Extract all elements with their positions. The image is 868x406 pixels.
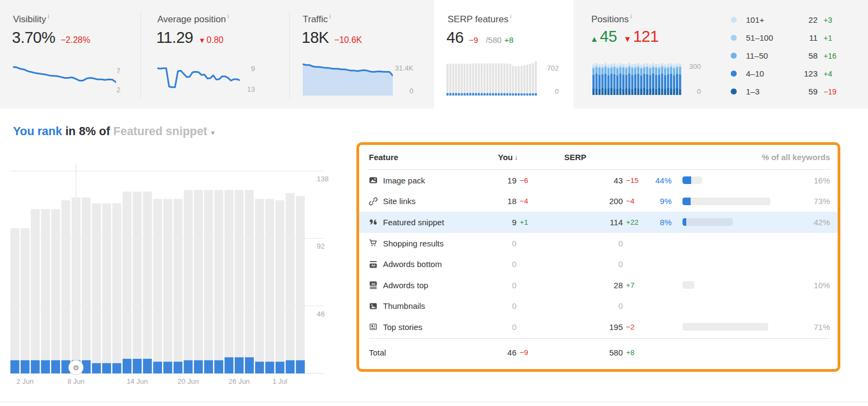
kw-percent: 10% — [803, 281, 830, 290]
kw-percent: 71% — [803, 322, 830, 332]
spark-avgpos-svg — [157, 62, 240, 92]
table-row-top-stories[interactable]: Top stories0195−271% — [369, 316, 830, 338]
keyword-share-bar — [682, 281, 803, 289]
serp-features-table: Feature You↓ SERP % of all keywords Imag… — [359, 145, 838, 369]
you-count: 0 — [498, 322, 516, 332]
card-serp-features[interactable]: SERP featuresi 46 −9 /580 +8 — [448, 13, 514, 47]
traffic-value: 18K — [302, 29, 329, 47]
legend-range: 4–10 — [746, 69, 787, 78]
table-row-image-pack[interactable]: Image pack19−643−1544%16% — [369, 170, 830, 191]
you-percent-link[interactable]: 9% — [648, 196, 672, 206]
keyword-share-bar-fill — [682, 198, 691, 205]
feature-name: Adwords bottom — [383, 259, 442, 269]
legend-item-11–50[interactable]: 11–5058+16 — [731, 47, 849, 65]
serp-features-change: −9 — [469, 35, 478, 45]
table-row-thumbnails[interactable]: Thumbnails00 — [369, 296, 830, 317]
column-header-serp[interactable]: SERP — [541, 153, 648, 162]
average-position-axis-bottom: 13 — [241, 85, 255, 93]
card-traffic[interactable]: Traffici 18K −10.6K — [303, 13, 362, 47]
info-icon[interactable]: i — [329, 13, 330, 20]
keyword-share-bar — [682, 198, 803, 205]
you-count: 0 — [498, 281, 516, 290]
svg-text:Ad: Ad — [371, 264, 375, 267]
you-percent-link[interactable]: 44% — [648, 176, 672, 185]
serp-change: +22 — [623, 218, 648, 226]
you-change: −6 — [516, 176, 541, 185]
serp-count: 43 — [541, 176, 623, 185]
legend-item-51–100[interactable]: 51–10011+1 — [731, 29, 849, 47]
keyword-share-bar — [682, 176, 803, 184]
positions-axis-max: 300 — [682, 62, 701, 71]
total-you-value: 46 — [498, 348, 516, 357]
serp-features-mini-chart — [446, 61, 538, 98]
positions-legend: 101+22+351–10011+111–5058+164–10123+41–3… — [731, 11, 849, 100]
legend-dot-icon — [731, 71, 737, 77]
you-count: 0 — [498, 259, 516, 269]
legend-range: 1–3 — [746, 87, 787, 96]
info-icon[interactable]: i — [227, 13, 228, 20]
legend-item-1–3[interactable]: 1–359−19 — [731, 83, 849, 100]
average-position-sparkline — [157, 62, 240, 94]
adwords-top-icon: Ad — [369, 281, 378, 289]
card-positions[interactable]: Positionsi ▲ 45 ▼ 121 — [591, 13, 659, 46]
card-positions-title: Positionsi — [591, 13, 659, 25]
serp-features-dashboard: Visibilityi 3.70% −2.28% 7 2 Average pos… — [0, 0, 868, 406]
you-count: 18 — [498, 196, 516, 206]
feature-name: Top stories — [383, 322, 423, 332]
legend-dot-icon — [731, 35, 737, 41]
info-icon[interactable]: i — [48, 13, 49, 20]
feature-selector[interactable]: Featured snippet▾ — [113, 125, 215, 138]
table-row-adwords-top[interactable]: AdAdwords top028+710% — [369, 275, 830, 296]
site-links-icon — [369, 197, 378, 206]
google-update-gear-icon[interactable]: ⚙ — [68, 360, 84, 375]
serp-count: 0 — [541, 301, 623, 310]
table-row-shopping-results[interactable]: Shopping results00 — [369, 233, 830, 254]
you-change: −4 — [516, 197, 541, 205]
you-rank-label: You rank — [13, 125, 62, 138]
spark-visibility-svg — [13, 62, 116, 93]
feature-name: Image pack — [383, 176, 425, 185]
keyword-share-bar-fill — [682, 218, 686, 226]
column-header-you[interactable]: You↓ — [498, 153, 541, 162]
legend-dot-icon — [731, 53, 737, 59]
table-row-featured-snippet[interactable]: Featured snippet9+1114+228%42% — [359, 212, 838, 233]
card-average-position[interactable]: Average positioni 11.29 ▼0.80 — [157, 13, 229, 47]
you-percent-link[interactable]: 8% — [648, 218, 672, 227]
serp-features-axis-max: 702 — [538, 64, 559, 72]
card-visibility[interactable]: Visibilityi 3.70% −2.28% — [13, 13, 90, 47]
main-chart-y-label: 46 — [317, 310, 324, 318]
thumbnails-icon — [369, 302, 378, 310]
info-icon[interactable]: i — [630, 13, 631, 20]
legend-change: +16 — [824, 52, 837, 60]
legend-count: 58 — [787, 51, 818, 60]
positions-up-value: 45 — [600, 28, 617, 46]
main-chart-x-label: 1 Jul — [263, 377, 297, 385]
serp-change: −2 — [623, 323, 648, 331]
shopping-results-icon — [369, 239, 378, 248]
serp-change: +7 — [623, 281, 648, 289]
legend-item-4–10[interactable]: 4–10123+4 — [731, 65, 849, 83]
info-icon[interactable]: i — [510, 13, 511, 20]
kw-percent: 16% — [803, 176, 830, 185]
traffic-change: −10.6K — [334, 35, 362, 45]
traffic-area-svg — [303, 61, 393, 96]
legend-change: +3 — [824, 16, 832, 24]
keyword-share-bar-fill — [682, 176, 691, 184]
column-header-feature[interactable]: Feature — [369, 153, 498, 162]
total-serp-value: 580 — [541, 348, 623, 357]
serp-count: 28 — [541, 281, 623, 290]
serp-features-value: 46 — [446, 29, 463, 47]
serp-features-table-frame: Feature You↓ SERP % of all keywords Imag… — [356, 142, 840, 372]
triangle-up-icon: ▲ — [590, 34, 598, 43]
main-chart-x-label: 26 Jun — [222, 377, 257, 385]
legend-change: +4 — [824, 69, 832, 78]
positions-down-value: 121 — [633, 28, 659, 46]
serp-features-total-change: +8 — [505, 35, 514, 45]
table-row-site-links[interactable]: Site links18−4200−49%73% — [369, 191, 830, 212]
legend-count: 11 — [787, 33, 818, 42]
legend-item-101+[interactable]: 101+22+3 — [731, 11, 849, 29]
card-divider — [141, 11, 141, 99]
table-row-adwords-bottom[interactable]: AdAdwords bottom00 — [369, 253, 830, 275]
positions-axis-min: 0 — [682, 87, 701, 96]
triangle-down-icon: ▼ — [199, 36, 206, 45]
